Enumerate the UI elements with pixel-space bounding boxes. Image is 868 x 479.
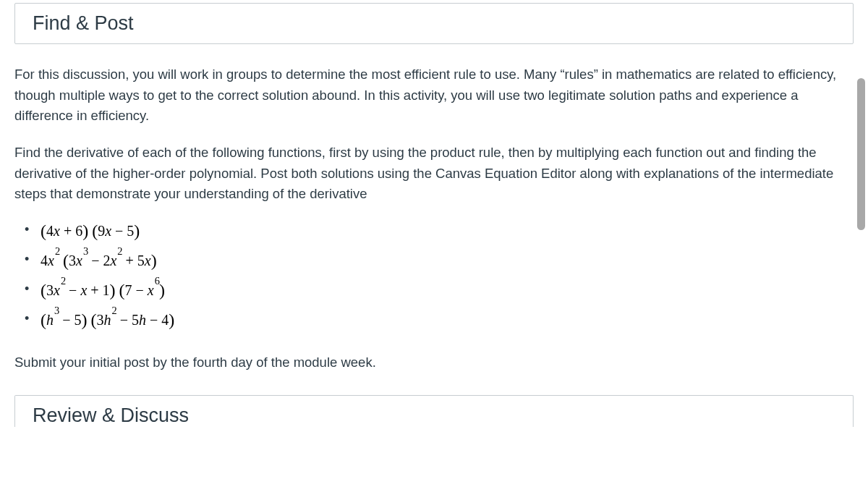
scrollbar-thumb[interactable] [857,78,865,230]
intro-paragraph-2: Find the derivative of each of the follo… [14,143,854,205]
section-header-find-post: Find & Post [14,3,854,44]
equation-4: (h3−5) (3h2−5h−4) [41,312,174,328]
equation-2: 4x2 (3x3−2x2+5x) [41,253,157,268]
equation-1: (4x+6) (9x−5) [41,223,140,239]
section-title: Find & Post [33,12,134,34]
equation-item-2: 4x2 (3x3−2x2+5x) [23,250,854,270]
equation-item-3: (3x2−x+1) (7−x6) [23,280,854,300]
scrollbar-track[interactable] [856,0,867,479]
equation-3: (3x2−x+1) (7−x6) [41,282,165,298]
section-title-review: Review & Discuss [33,404,189,426]
section-header-review-discuss: Review & Discuss [14,395,854,427]
equation-list: (4x+6) (9x−5) 4x2 (3x3−2x2+5x) (3x2−x+1)… [14,221,854,329]
discussion-content: Find & Post For this discussion, you wil… [0,0,868,479]
equation-item-1: (4x+6) (9x−5) [23,221,854,240]
intro-paragraph-1: For this discussion, you will work in gr… [14,64,854,127]
equation-item-4: (h3−5) (3h2−5h−4) [23,310,854,329]
deadline-text: Submit your initial post by the fourth d… [14,352,854,373]
